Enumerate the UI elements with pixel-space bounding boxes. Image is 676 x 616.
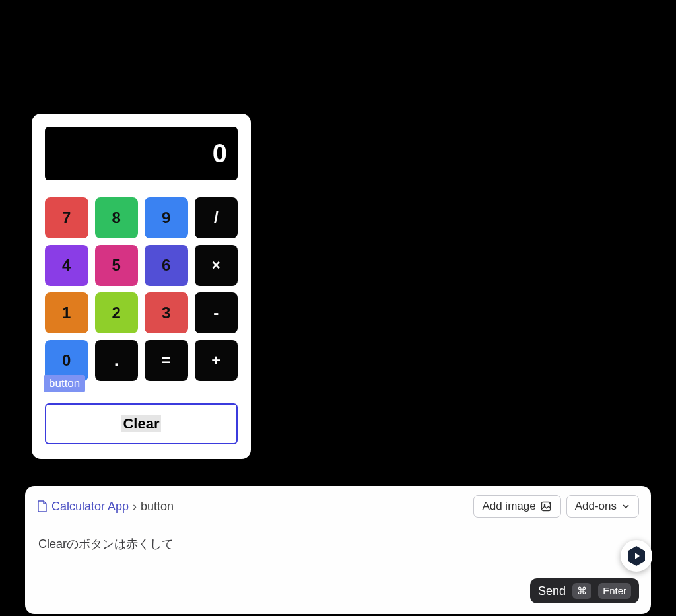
play-icon [635, 553, 640, 559]
breadcrumb-second: button [141, 500, 174, 514]
prompt-panel: Calculator App › button Add image Ad [25, 486, 651, 614]
key-minus[interactable]: - [195, 292, 238, 333]
key-plus[interactable]: + [195, 340, 238, 381]
svg-point-1 [543, 504, 545, 506]
key-equals[interactable]: = [145, 340, 188, 381]
key-divide[interactable]: / [195, 197, 238, 238]
key-5[interactable]: 5 [95, 245, 139, 286]
key-2[interactable]: 2 [95, 292, 139, 333]
key-4[interactable]: 4 [45, 245, 88, 286]
calculator-display: 0 [45, 127, 238, 180]
file-icon [37, 500, 48, 512]
clear-button-label: Clear [121, 415, 160, 432]
key-7[interactable]: 7 [45, 197, 88, 238]
add-image-label: Add image [482, 500, 535, 513]
addons-button[interactable]: Add-ons [566, 495, 639, 518]
key-6[interactable]: 6 [145, 245, 188, 286]
shortcut-key: Enter [598, 583, 631, 599]
assistant-fab[interactable] [621, 540, 652, 572]
key-3[interactable]: 3 [145, 292, 188, 333]
calculator-app: 0 789/456×123-0.=+button Clear [32, 114, 251, 459]
chevron-down-icon [621, 502, 630, 511]
key-dot[interactable]: . [95, 340, 139, 381]
send-button[interactable]: Send ⌘ Enter [530, 578, 639, 603]
key-multiply[interactable]: × [195, 245, 238, 286]
clear-button[interactable]: Clear [45, 403, 238, 444]
image-plus-icon [541, 500, 553, 512]
prompt-header: Calculator App › button Add image Ad [37, 495, 639, 518]
hex-icon [628, 546, 645, 566]
prompt-input[interactable]: Clearのボタンは赤くして [37, 518, 639, 578]
shortcut-cmd: ⌘ [572, 583, 592, 599]
key-1[interactable]: 1 [45, 292, 88, 333]
key-9[interactable]: 9 [145, 197, 188, 238]
element-tooltip: button [44, 375, 85, 392]
prompt-actions: Add image Add-ons [473, 495, 639, 518]
breadcrumb-first: Calculator App [51, 500, 129, 514]
send-row: Send ⌘ Enter [37, 578, 639, 603]
breadcrumb[interactable]: Calculator App › button [37, 500, 174, 514]
send-label: Send [538, 584, 566, 598]
key-8[interactable]: 8 [95, 197, 139, 238]
add-image-button[interactable]: Add image [473, 495, 560, 518]
calculator-keypad: 789/456×123-0.=+button [45, 197, 238, 381]
chevron-right-icon: › [133, 500, 137, 514]
addons-label: Add-ons [575, 500, 617, 513]
